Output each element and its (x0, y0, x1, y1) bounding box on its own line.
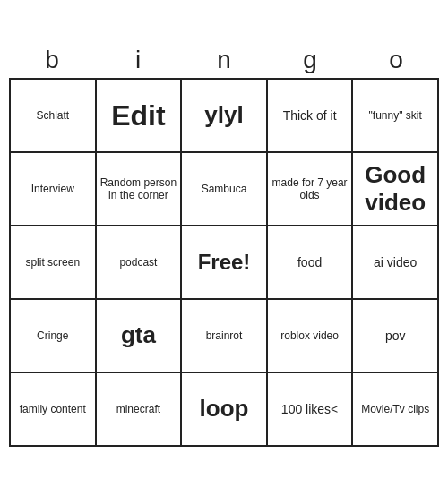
header-letter-i: i (99, 46, 177, 74)
bingo-grid: SchlattEditylylThick of it"funny" skitIn… (9, 78, 439, 447)
bingo-cell-0-2: ylyl (182, 80, 268, 153)
bingo-cell-4-2: loop (182, 373, 268, 447)
bingo-cell-2-1: podcast (97, 226, 183, 300)
header-letter-b: b (13, 46, 91, 74)
header-letter-o: o (357, 46, 435, 74)
bingo-cell-0-3: Thick of it (268, 80, 354, 153)
bingo-cell-1-1: Random person in the corner (97, 153, 183, 226)
bingo-header: bingo (9, 40, 439, 78)
bingo-container: bingo SchlattEditylylThick of it"funny" … (9, 40, 439, 447)
bingo-cell-1-2: Sambuca (182, 153, 268, 226)
bingo-cell-3-3: roblox video (268, 300, 354, 373)
bingo-cell-2-0: split screen (11, 226, 97, 300)
bingo-row-3: Cringegtabrainrotroblox videopov (11, 300, 439, 373)
bingo-cell-2-3: food (268, 226, 354, 300)
bingo-cell-4-3: 100 likes< (268, 373, 354, 447)
bingo-row-2: split screenpodcastFree!foodai video (11, 226, 439, 300)
header-letter-n: n (185, 46, 263, 74)
bingo-row-4: family contentminecraftloop100 likes<Mov… (11, 373, 439, 447)
bingo-row-0: SchlattEditylylThick of it"funny" skit (11, 80, 439, 153)
bingo-cell-3-1: gta (97, 300, 183, 373)
bingo-row-1: InterviewRandom person in the cornerSamb… (11, 153, 439, 226)
bingo-cell-0-4: "funny" skit (353, 80, 439, 153)
bingo-cell-4-1: minecraft (97, 373, 183, 447)
header-letter-g: g (271, 46, 349, 74)
bingo-cell-4-4: Movie/Tv clips (353, 373, 439, 447)
bingo-cell-2-4: ai video (353, 226, 439, 300)
bingo-cell-0-0: Schlatt (11, 80, 97, 153)
bingo-cell-3-2: brainrot (182, 300, 268, 373)
bingo-cell-1-0: Interview (11, 153, 97, 226)
bingo-cell-4-0: family content (11, 373, 97, 447)
bingo-cell-1-3: made for 7 year olds (268, 153, 354, 226)
bingo-cell-0-1: Edit (97, 80, 183, 153)
bingo-cell-1-4: Good video (353, 153, 439, 226)
bingo-cell-2-2: Free! (182, 226, 268, 300)
bingo-cell-3-4: pov (353, 300, 439, 373)
bingo-cell-3-0: Cringe (11, 300, 97, 373)
